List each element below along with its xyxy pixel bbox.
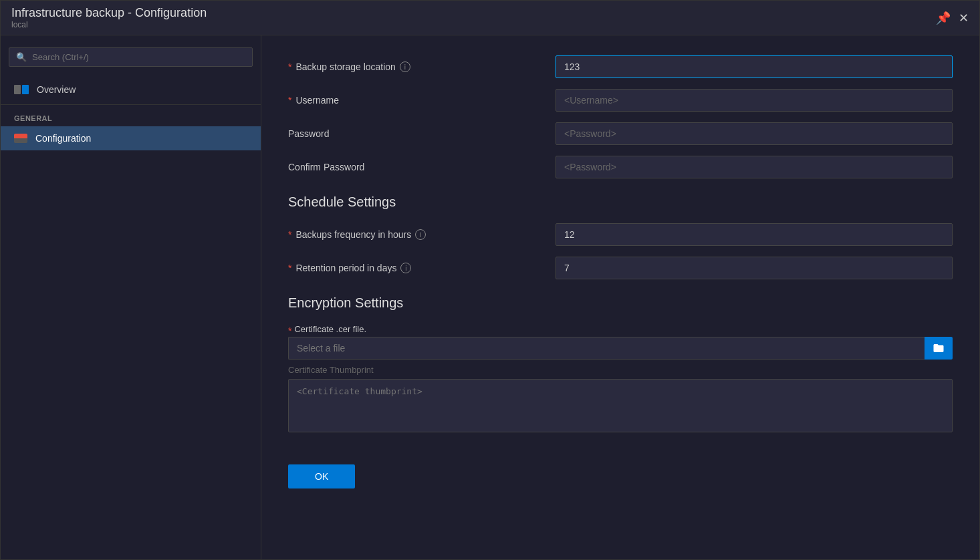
backup-storage-label: * Backup storage location i: [288, 61, 542, 72]
folder-icon: [933, 342, 945, 354]
pin-button[interactable]: 📌: [936, 11, 951, 25]
title-bar-left: Infrastructure backup - Configuration lo…: [11, 6, 207, 29]
encryption-heading: Encryption Settings: [288, 295, 953, 311]
required-star-retention: *: [288, 263, 291, 273]
search-input[interactable]: [32, 52, 245, 62]
retention-label: * Retention period in days i: [288, 263, 542, 273]
search-bar[interactable]: 🔍: [9, 47, 253, 67]
password-label: Password: [288, 128, 542, 139]
main-content: * Backup storage location i * Username: [261, 35, 979, 559]
schedule-heading: Schedule Settings: [288, 194, 953, 210]
backup-freq-row: * Backups frequency in hours i: [288, 223, 953, 246]
backup-freq-input[interactable]: [556, 223, 953, 246]
title-bar-controls: 📌 ✕: [936, 11, 969, 25]
sidebar: 🔍 Overview GENERAL Configuration: [1, 35, 261, 559]
cert-file-label: Certificate .cer file.: [294, 324, 366, 334]
main-window: Infrastructure backup - Configuration lo…: [0, 0, 980, 560]
retention-info-icon[interactable]: i: [400, 263, 411, 273]
required-star-storage: *: [288, 61, 291, 72]
file-browse-button[interactable]: [925, 337, 953, 360]
overview-icon: [14, 85, 29, 94]
cert-thumbprint-section: Certificate Thumbprint: [288, 365, 953, 435]
confirm-password-input[interactable]: [556, 156, 953, 178]
retention-row: * Retention period in days i: [288, 257, 953, 279]
backup-freq-info-icon[interactable]: i: [415, 229, 426, 240]
close-button[interactable]: ✕: [959, 11, 969, 25]
config-icon: [14, 134, 27, 143]
password-row: Password: [288, 122, 953, 145]
sidebar-item-configuration-label: Configuration: [35, 133, 91, 144]
retention-input[interactable]: [556, 257, 953, 279]
required-star-freq: *: [288, 229, 291, 240]
search-icon: 🔍: [16, 52, 27, 62]
window-title: Infrastructure backup - Configuration: [11, 6, 207, 20]
username-input[interactable]: [556, 89, 953, 112]
general-section-label: GENERAL: [1, 108, 261, 126]
username-row: * Username: [288, 89, 953, 112]
nav-divider: [1, 104, 261, 105]
sidebar-item-overview-label: Overview: [37, 84, 76, 95]
cert-file-section: * Certificate .cer file.: [288, 324, 953, 360]
cert-file-input-row: [288, 337, 953, 360]
window-body: 🔍 Overview GENERAL Configuration: [1, 35, 979, 559]
storage-section: * Backup storage location i * Username: [288, 55, 953, 178]
username-label: * Username: [288, 95, 542, 106]
backup-freq-label: * Backups frequency in hours i: [288, 229, 542, 240]
cert-thumbprint-label: Certificate Thumbprint: [288, 365, 953, 375]
schedule-section: Schedule Settings * Backups frequency in…: [288, 194, 953, 279]
ok-button[interactable]: OK: [288, 464, 355, 488]
window-subtitle: local: [11, 20, 207, 29]
sidebar-item-configuration[interactable]: Configuration: [1, 126, 261, 150]
title-bar: Infrastructure backup - Configuration lo…: [1, 1, 979, 35]
cert-thumbprint-input[interactable]: [288, 379, 953, 432]
required-star-cert: *: [288, 325, 291, 336]
cert-file-required-label: * Certificate .cer file.: [288, 324, 953, 337]
backup-storage-info-icon[interactable]: i: [400, 61, 410, 72]
encryption-section: Encryption Settings * Certificate .cer f…: [288, 295, 953, 435]
backup-storage-input[interactable]: [556, 55, 953, 78]
required-star-username: *: [288, 95, 291, 106]
confirm-password-label: Confirm Password: [288, 162, 542, 172]
confirm-password-row: Confirm Password: [288, 156, 953, 178]
password-input[interactable]: [556, 122, 953, 145]
backup-storage-row: * Backup storage location i: [288, 55, 953, 78]
cert-file-input[interactable]: [288, 337, 925, 360]
sidebar-item-overview[interactable]: Overview: [1, 78, 261, 102]
